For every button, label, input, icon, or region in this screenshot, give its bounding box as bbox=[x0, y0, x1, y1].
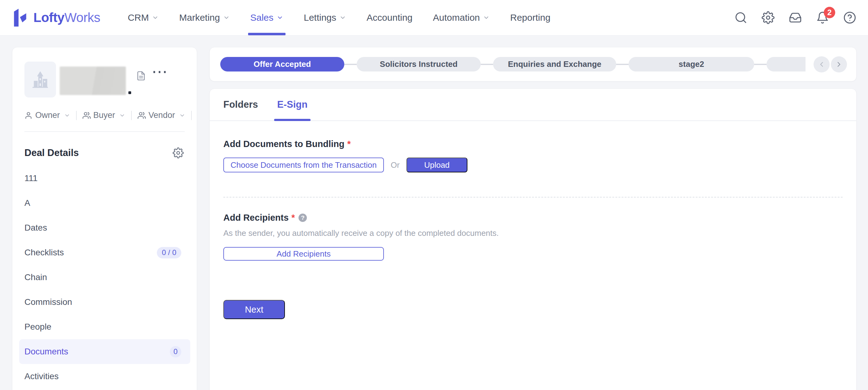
chevron-down-icon bbox=[339, 14, 346, 21]
recipients-help-icon[interactable]: ? bbox=[299, 214, 307, 222]
vendor-dropdown[interactable]: Vendor bbox=[138, 111, 185, 120]
nav-item-label: Automation bbox=[433, 12, 480, 23]
redacted-address bbox=[60, 66, 126, 95]
sidebar-item-checklists[interactable]: Checklists 0 / 0 bbox=[12, 240, 197, 265]
notifications-button[interactable]: 2 bbox=[816, 11, 829, 24]
chevron-down-icon bbox=[64, 112, 70, 119]
list-item-label: Commission bbox=[25, 297, 72, 307]
divider bbox=[131, 111, 132, 120]
more-icon: ⋯ bbox=[152, 62, 168, 81]
loftyworks-logo-mark bbox=[12, 8, 28, 27]
property-address-area: ⋯ bbox=[60, 62, 168, 97]
deal-details-header: Deal Details bbox=[12, 147, 197, 158]
chevron-down-icon bbox=[483, 14, 490, 21]
next-button[interactable]: Next bbox=[223, 300, 285, 319]
tab-esign[interactable]: E-Sign bbox=[277, 89, 308, 120]
required-asterisk: * bbox=[347, 139, 350, 149]
inbox-icon bbox=[789, 11, 802, 24]
owner-dropdown[interactable]: Owner bbox=[25, 111, 70, 120]
deal-stage-pipeline: Offer Accepted Solicitors Instructed Enq… bbox=[210, 47, 857, 82]
nav-item-lettings[interactable]: Lettings bbox=[293, 0, 356, 35]
chevron-down-icon bbox=[277, 14, 283, 21]
stage-pill-partial[interactable] bbox=[767, 57, 806, 71]
sidebar-item-a[interactable]: A bbox=[12, 191, 197, 215]
person-icon bbox=[25, 112, 32, 119]
settings-button[interactable] bbox=[762, 11, 775, 24]
add-recipients-label-row: Add Recipients * ? bbox=[223, 213, 843, 223]
sidebar-item-documents[interactable]: Documents 0 bbox=[19, 339, 190, 364]
add-documents-label-row: Add Documents to Bundling * bbox=[223, 139, 843, 149]
search-button[interactable] bbox=[734, 11, 747, 24]
list-item-label: A bbox=[25, 198, 30, 208]
contacts-row: Owner Buyer Vendor bbox=[12, 111, 197, 120]
stages-scroll-right-button[interactable] bbox=[831, 56, 847, 72]
divider bbox=[25, 131, 185, 132]
stage-pill-solicitors-instructed[interactable]: Solicitors Instructed bbox=[356, 57, 481, 71]
sidebar-item-111[interactable]: 111 bbox=[12, 166, 197, 191]
divider bbox=[191, 111, 192, 120]
required-asterisk: * bbox=[291, 213, 295, 223]
list-item-label: Documents bbox=[25, 347, 68, 357]
chevron-right-icon bbox=[835, 60, 843, 68]
documents-tabs: Folders E-Sign bbox=[210, 89, 856, 121]
deal-settings-button[interactable] bbox=[173, 147, 184, 158]
deal-sidebar: ⋯ Owner Buyer Vendor Deal Details bbox=[12, 47, 197, 390]
stage-pill-stage2[interactable]: stage2 bbox=[628, 57, 754, 71]
more-options-button[interactable]: ⋯ bbox=[152, 63, 168, 80]
sidebar-item-activities[interactable]: Activities bbox=[12, 364, 197, 389]
tab-folders[interactable]: Folders bbox=[223, 89, 258, 120]
people-icon bbox=[138, 112, 146, 119]
add-recipients-button[interactable]: Add Recipients bbox=[223, 247, 384, 261]
chevron-down-icon bbox=[223, 14, 230, 21]
nav-item-marketing[interactable]: Marketing bbox=[169, 0, 240, 35]
copy-details-button[interactable] bbox=[136, 71, 146, 81]
property-header: ⋯ bbox=[12, 47, 197, 97]
sidebar-item-dates[interactable]: Dates bbox=[12, 215, 197, 240]
list-item-label: Checklists bbox=[25, 248, 64, 258]
document-icon bbox=[136, 71, 146, 81]
nav-item-label: CRM bbox=[128, 12, 149, 23]
address-period bbox=[128, 91, 131, 94]
nav-item-accounting[interactable]: Accounting bbox=[356, 0, 423, 35]
nav-item-label: Accounting bbox=[367, 12, 412, 23]
notification-count-badge: 2 bbox=[824, 7, 835, 18]
search-icon bbox=[734, 11, 747, 24]
nav-item-sales[interactable]: Sales bbox=[240, 0, 293, 35]
nav-item-label: Lettings bbox=[304, 12, 336, 23]
chevron-left-icon bbox=[817, 60, 826, 68]
gear-icon bbox=[173, 147, 184, 158]
contact-label: Owner bbox=[35, 111, 60, 120]
nav-item-crm[interactable]: CRM bbox=[118, 0, 169, 35]
loftyworks-logo[interactable]: LoftyWorks bbox=[12, 0, 100, 35]
sidebar-item-people[interactable]: People bbox=[12, 314, 197, 339]
nav-item-reporting[interactable]: Reporting bbox=[500, 0, 560, 35]
contact-label: Buyer bbox=[93, 111, 115, 120]
loftyworks-logo-text: LoftyWorks bbox=[33, 10, 100, 25]
sidebar-item-commission[interactable]: Commission bbox=[12, 290, 197, 314]
help-button[interactable] bbox=[843, 11, 856, 24]
stage-connector bbox=[616, 64, 628, 65]
chevron-down-icon bbox=[119, 112, 125, 119]
nav-item-automation[interactable]: Automation bbox=[423, 0, 500, 35]
chevron-down-icon bbox=[152, 14, 159, 21]
upload-button[interactable]: Upload bbox=[406, 157, 467, 172]
building-icon bbox=[30, 69, 51, 90]
buyer-dropdown[interactable]: Buyer bbox=[83, 111, 126, 120]
checklists-count-badge: 0 / 0 bbox=[157, 247, 181, 259]
nav-item-label: Marketing bbox=[179, 12, 220, 23]
stage-pill-offer-accepted[interactable]: Offer Accepted bbox=[220, 57, 344, 71]
sidebar-item-chain[interactable]: Chain bbox=[12, 265, 197, 290]
nav-item-label: Sales bbox=[250, 12, 274, 23]
stage-pill-enquiries-and-exchange[interactable]: Enquiries and Exchange bbox=[493, 57, 616, 71]
inbox-button[interactable] bbox=[789, 11, 802, 24]
choose-documents-button[interactable]: Choose Documents from the Transaction bbox=[223, 157, 384, 172]
list-item-label: Chain bbox=[25, 272, 47, 282]
property-thumbnail[interactable] bbox=[25, 62, 56, 97]
stages-scroll-left-button[interactable] bbox=[813, 56, 830, 72]
logo-text-bold: Lofty bbox=[33, 10, 64, 25]
add-recipients-label: Add Recipients bbox=[223, 213, 289, 223]
deal-details-title: Deal Details bbox=[25, 147, 79, 158]
top-navigation-bar: LoftyWorks CRM Marketing Sales Lettings … bbox=[0, 0, 868, 36]
stage-connector bbox=[754, 64, 767, 65]
divider bbox=[76, 111, 77, 120]
